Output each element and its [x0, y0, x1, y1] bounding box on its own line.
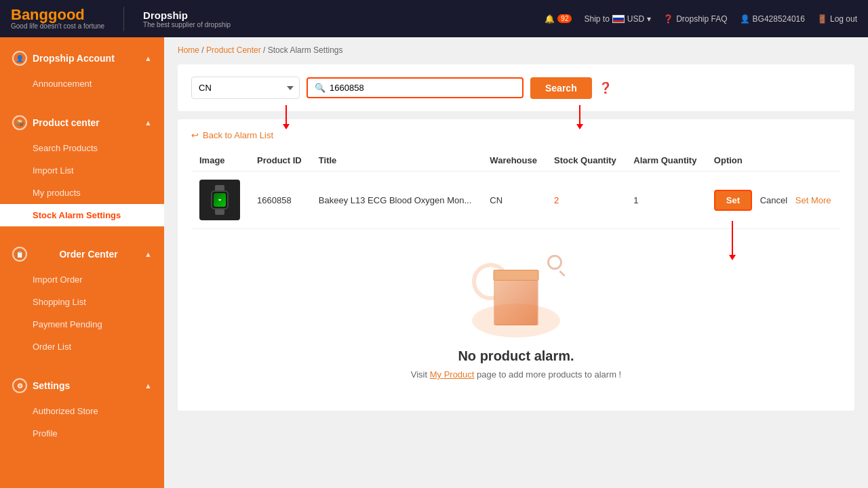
chevron-up-icon: ▲ [144, 54, 152, 62]
breadcrumb-home[interactable]: Home [178, 45, 199, 55]
ship-to-label: Ship to [584, 14, 609, 24]
sidebar-item-shopping-list[interactable]: Shopping List [0, 291, 164, 313]
search-input[interactable] [330, 83, 515, 93]
no-product-desc: Visit My Product page to add more produc… [411, 369, 622, 380]
breadcrumb: Home / Product Center / Stock Alarm Sett… [178, 45, 854, 55]
sidebar-header-order[interactable]: 📋 Order Center ▲ [0, 240, 164, 268]
chevron-up-icon-2: ▲ [144, 119, 152, 127]
sidebar-item-my-products[interactable]: My products [0, 182, 164, 204]
sidebar-section-order: 📋 Order Center ▲ Import Order Shopping L… [0, 233, 164, 365]
chevron-up-icon-3: ▲ [144, 250, 152, 258]
cancel-button[interactable]: Cancel [760, 195, 787, 205]
user-account[interactable]: 👤 BG428524016 [740, 14, 805, 24]
search-area-wrapper: CN US EU AU 🔍 Search ❓ [178, 64, 854, 111]
account-icon: 👤 [12, 51, 27, 66]
watch-illustration: ❤ [208, 185, 232, 215]
flag-icon [612, 15, 625, 23]
sidebar-item-order-list[interactable]: Order List [0, 336, 164, 358]
brand: Banggood Good life doesn't cost a fortun… [11, 7, 231, 31]
sidebar-item-stock-alarm[interactable]: Stock Alarm Settings [0, 204, 164, 226]
search-icon: 🔍 [315, 83, 326, 93]
alarm-table: Image Product ID Title Warehouse Stock Q… [191, 150, 841, 229]
navbar: Banggood Good life doesn't cost a fortun… [0, 0, 868, 37]
empty-box-top [494, 270, 539, 281]
col-option: Option [706, 150, 841, 171]
no-product-area: No product alarm. Visit My Product page … [191, 229, 841, 400]
set-btn-wrapper: Set [714, 190, 752, 211]
table-area: ↩ Back to Alarm List Image Product ID Ti… [178, 119, 854, 411]
brand-section: Dropship The best supplier of dropship [143, 9, 231, 28]
notifications-button[interactable]: 🔔 92 [545, 14, 572, 24]
cell-title: Bakeey L13 ECG Blood Oxygen Mon... [311, 171, 482, 229]
chevron-down-icon: ▾ [647, 14, 651, 24]
question-circle-icon: ❓ [663, 14, 673, 24]
sidebar-header-settings[interactable]: ⚙ Settings ▲ [0, 371, 164, 400]
logout-icon: 🚪 [817, 14, 827, 24]
back-arrow-icon: ↩ [191, 130, 199, 140]
my-product-link[interactable]: My Product [430, 369, 475, 380]
ship-to-selector[interactable]: Ship to USD ▾ [584, 14, 651, 24]
table-header: Image Product ID Title Warehouse Stock Q… [191, 150, 841, 171]
logout-button[interactable]: 🚪 Log out [817, 14, 857, 24]
table-row: ❤ 1660858 Bakeey L13 ECG Blood Oxygen Mo… [191, 171, 841, 229]
order-icon: 📋 [12, 247, 27, 262]
sidebar-item-profile[interactable]: Profile [0, 422, 164, 445]
product-icon: 📦 [12, 115, 27, 130]
cell-product-id: 1660858 [249, 171, 311, 229]
empty-circle [472, 304, 560, 338]
no-product-title: No product alarm. [458, 348, 574, 364]
brand-divider [123, 7, 124, 31]
faq-link[interactable]: ❓ Dropship FAQ [663, 14, 727, 24]
search-input-wrap: 🔍 [307, 77, 524, 98]
sidebar-item-payment-pending[interactable]: Payment Pending [0, 313, 164, 336]
bell-icon: 🔔 [545, 14, 555, 24]
cell-alarm-qty: 1 [625, 171, 706, 229]
breadcrumb-product-center[interactable]: Product Center [206, 45, 261, 55]
col-image: Image [191, 150, 249, 171]
sidebar-item-search-products[interactable]: Search Products [0, 137, 164, 159]
settings-icon: ⚙ [12, 378, 27, 393]
main-content: Home / Product Center / Stock Alarm Sett… [164, 37, 868, 488]
col-stock-qty: Stock Quantity [546, 150, 625, 171]
help-icon[interactable]: ❓ [599, 81, 612, 94]
sidebar-section-product: 📦 Product center ▲ Search Products Impor… [0, 102, 164, 233]
setmore-link[interactable]: Set More [795, 195, 831, 205]
sidebar-item-authorized-store[interactable]: Authorized Store [0, 400, 164, 422]
breadcrumb-current: Stock Alarm Settings [268, 45, 343, 55]
col-warehouse: Warehouse [481, 150, 546, 171]
sidebar-header-account[interactable]: 👤 Dropship Account ▲ [0, 44, 164, 73]
warehouse-select[interactable]: CN US EU AU [191, 77, 300, 99]
sidebar-item-import-list[interactable]: Import List [0, 159, 164, 182]
sidebar: 👤 Dropship Account ▲ Announcement 📦 Prod… [0, 37, 164, 488]
empty-illustration [462, 243, 570, 338]
chevron-up-icon-4: ▲ [144, 382, 152, 390]
col-alarm-qty: Alarm Quantity [625, 150, 706, 171]
sidebar-header-product[interactable]: 📦 Product center ▲ [0, 108, 164, 137]
cell-image: ❤ [191, 171, 249, 229]
brand-logo: Banggood Good life doesn't cost a fortun… [11, 7, 104, 30]
search-area: CN US EU AU 🔍 Search ❓ [178, 64, 854, 111]
sidebar-item-announcement[interactable]: Announcement [0, 73, 164, 95]
cell-warehouse: CN [481, 171, 546, 229]
notifications-badge: 92 [557, 14, 572, 23]
currency-label: USD [627, 14, 644, 24]
cell-option: Set Cancel Set More [706, 171, 841, 229]
sidebar-section-settings: ⚙ Settings ▲ Authorized Store Profile [0, 365, 164, 451]
sidebar-section-account: 👤 Dropship Account ▲ Announcement [0, 37, 164, 102]
cell-stock-qty: 2 [546, 171, 625, 229]
search-button[interactable]: Search [530, 77, 592, 99]
product-image: ❤ [199, 180, 240, 220]
navbar-right: 🔔 92 Ship to USD ▾ ❓ Dropship FAQ 👤 BG42… [545, 14, 857, 24]
sidebar-item-import-order[interactable]: Import Order [0, 268, 164, 291]
set-button[interactable]: Set [714, 190, 752, 211]
app-body: 👤 Dropship Account ▲ Announcement 📦 Prod… [0, 37, 868, 488]
magnifier-icon [547, 255, 562, 270]
col-product-id: Product ID [249, 150, 311, 171]
back-to-alarm-list[interactable]: ↩ Back to Alarm List [191, 130, 841, 140]
col-title: Title [311, 150, 482, 171]
user-icon: 👤 [740, 14, 750, 24]
